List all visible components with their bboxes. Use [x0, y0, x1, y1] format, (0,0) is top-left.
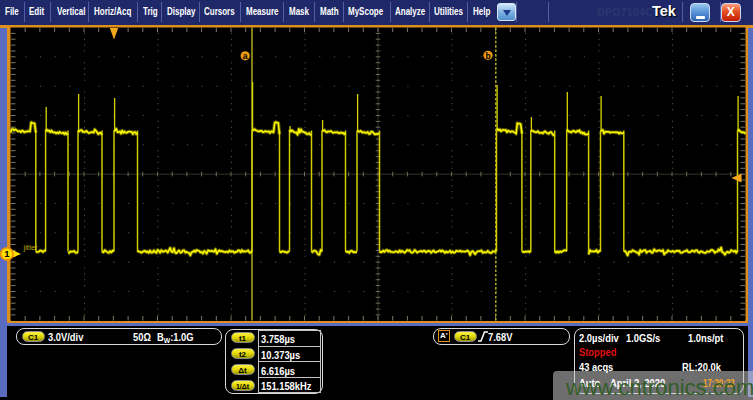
svg-text:a: a — [243, 51, 248, 61]
svg-text:1: 1 — [4, 248, 10, 259]
svg-text:b: b — [485, 51, 490, 61]
svg-text:jitter: jitter — [23, 243, 39, 252]
